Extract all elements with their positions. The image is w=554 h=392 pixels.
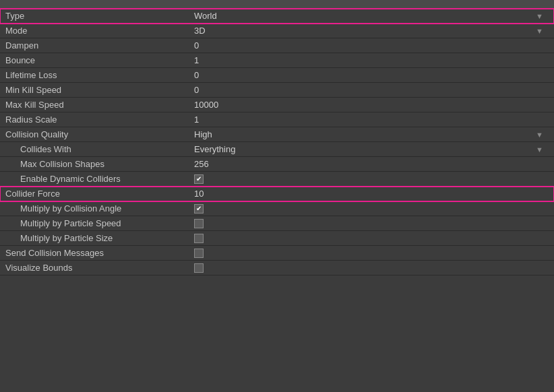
row-radius-scale[interactable]: Radius Scale1 — [0, 112, 554, 127]
label-radius-scale: Radius Scale — [0, 115, 189, 125]
row-enable-dynamic-colliders[interactable]: Enable Dynamic Colliders✔ — [0, 172, 554, 187]
value-collision-quality[interactable]: High▼ — [189, 129, 554, 139]
value-min-kill-speed[interactable]: 0 — [189, 85, 554, 95]
label-lifetime-loss: Lifetime Loss — [0, 70, 189, 80]
label-collider-force: Collider Force — [0, 189, 189, 199]
checkbox-multiply-by-collision-angle[interactable]: ✔ — [194, 204, 204, 214]
row-mode[interactable]: Mode3D▼ — [0, 24, 554, 38]
label-dampen: Dampen — [0, 40, 189, 51]
dropdown-arrow-mode[interactable]: ▼ — [536, 27, 549, 35]
dropdown-value-collision-quality: High — [194, 129, 212, 139]
value-max-kill-speed[interactable]: 10000 — [189, 100, 554, 110]
dropdown-value-mode: 3D — [194, 26, 206, 36]
row-lifetime-loss[interactable]: Lifetime Loss0 — [0, 68, 554, 83]
checkbox-visualize-bounds[interactable] — [194, 263, 204, 273]
label-max-collision-shapes: Max Collision Shapes — [0, 159, 189, 169]
row-max-collision-shapes[interactable]: Max Collision Shapes256 — [0, 157, 554, 172]
label-visualize-bounds: Visualize Bounds — [0, 263, 189, 273]
row-visualize-bounds[interactable]: Visualize Bounds — [0, 261, 554, 275]
dropdown-value-collides-with: Everything — [194, 144, 235, 154]
row-min-kill-speed[interactable]: Min Kill Speed0 — [0, 83, 554, 98]
label-multiply-by-collision-angle: Multiply by Collision Angle — [0, 203, 189, 214]
dropdown-arrow-collision-quality[interactable]: ▼ — [536, 131, 549, 139]
label-collision-quality: Collision Quality — [0, 129, 189, 139]
row-max-kill-speed[interactable]: Max Kill Speed10000 — [0, 98, 554, 112]
panel-header — [0, 0, 554, 9]
checkbox-enable-dynamic-colliders[interactable]: ✔ — [194, 174, 204, 184]
dropdown-arrow-collides-with[interactable]: ▼ — [536, 145, 549, 154]
field-value-bounce: 1 — [194, 55, 199, 65]
row-type[interactable]: TypeWorld▼ — [0, 9, 554, 24]
field-value-min-kill-speed: 0 — [194, 85, 199, 95]
label-min-kill-speed: Min Kill Speed — [0, 85, 189, 95]
row-send-collision-messages[interactable]: Send Collision Messages — [0, 246, 554, 261]
value-dampen[interactable]: 0 — [189, 40, 554, 51]
row-dampen[interactable]: Dampen0 — [0, 38, 554, 53]
value-collider-force[interactable]: 10 — [189, 189, 554, 199]
row-multiply-by-collision-angle[interactable]: Multiply by Collision Angle✔ — [0, 201, 554, 216]
value-type[interactable]: World▼ — [189, 11, 554, 21]
value-collides-with[interactable]: Everything▼ — [189, 144, 554, 154]
field-value-max-kill-speed: 10000 — [194, 100, 218, 110]
field-value-collider-force: 10 — [194, 189, 204, 199]
value-radius-scale[interactable]: 1 — [189, 115, 554, 125]
value-visualize-bounds — [189, 263, 554, 273]
dropdown-arrow-type[interactable]: ▼ — [536, 12, 549, 20]
value-multiply-by-particle-size — [189, 234, 554, 243]
dropdown-value-type: World — [194, 11, 217, 21]
field-value-radius-scale: 1 — [194, 115, 199, 125]
row-multiply-by-particle-speed[interactable]: Multiply by Particle Speed — [0, 216, 554, 231]
checkbox-multiply-by-particle-size[interactable] — [194, 234, 204, 243]
row-multiply-by-particle-size[interactable]: Multiply by Particle Size — [0, 231, 554, 246]
field-value-dampen: 0 — [194, 40, 199, 51]
label-collides-with: Collides With — [0, 144, 189, 154]
label-multiply-by-particle-size: Multiply by Particle Size — [0, 233, 189, 243]
label-type: Type — [0, 11, 189, 21]
checkbox-multiply-by-particle-speed[interactable] — [194, 219, 204, 228]
label-send-collision-messages: Send Collision Messages — [0, 248, 189, 258]
label-max-kill-speed: Max Kill Speed — [0, 100, 189, 110]
value-mode[interactable]: 3D▼ — [189, 26, 554, 36]
field-value-max-collision-shapes: 256 — [194, 159, 209, 169]
row-collision-quality[interactable]: Collision QualityHigh▼ — [0, 127, 554, 142]
row-collides-with[interactable]: Collides WithEverything▼ — [0, 142, 554, 157]
collision-panel: TypeWorld▼Mode3D▼Dampen0Bounce1Lifetime … — [0, 0, 554, 275]
label-bounce: Bounce — [0, 55, 189, 65]
value-max-collision-shapes[interactable]: 256 — [189, 159, 554, 169]
value-send-collision-messages — [189, 249, 554, 258]
properties-list: TypeWorld▼Mode3D▼Dampen0Bounce1Lifetime … — [0, 9, 554, 275]
value-multiply-by-collision-angle: ✔ — [189, 204, 554, 214]
field-value-lifetime-loss: 0 — [194, 70, 199, 80]
value-enable-dynamic-colliders: ✔ — [189, 174, 554, 184]
label-enable-dynamic-colliders: Enable Dynamic Colliders — [0, 174, 189, 184]
row-bounce[interactable]: Bounce1 — [0, 53, 554, 68]
label-multiply-by-particle-speed: Multiply by Particle Speed — [0, 218, 189, 228]
value-multiply-by-particle-speed — [189, 219, 554, 228]
checkbox-send-collision-messages[interactable] — [194, 249, 204, 258]
label-mode: Mode — [0, 26, 189, 36]
row-collider-force[interactable]: Collider Force10 — [0, 187, 554, 201]
value-lifetime-loss[interactable]: 0 — [189, 70, 554, 80]
value-bounce[interactable]: 1 — [189, 55, 554, 65]
